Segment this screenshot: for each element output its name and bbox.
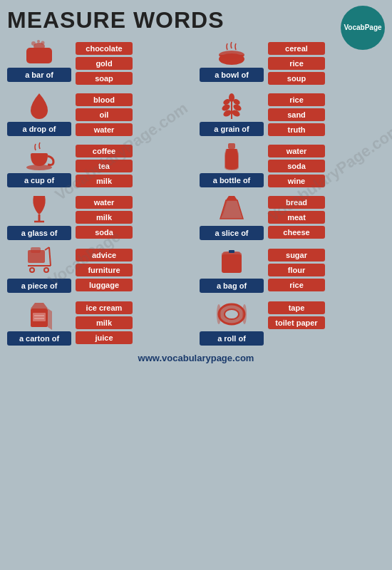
svg-point-3	[37, 40, 40, 43]
group-carton: a carton of ice cream milk juice	[7, 299, 192, 346]
carton-icon	[24, 299, 55, 330]
bowl-icon	[216, 39, 247, 66]
svg-point-30	[45, 269, 48, 271]
roll-label: a roll of	[200, 331, 264, 346]
bottle-words: water soda wine	[268, 145, 325, 187]
word-cereal: cereal	[268, 42, 325, 55]
roll-words: tape toilet paper	[268, 301, 325, 329]
svg-line-25	[49, 247, 51, 266]
word-juice: juice	[76, 331, 133, 344]
group-roll: a roll of tape toilet paper	[200, 299, 385, 346]
carton-words: ice cream milk juice	[76, 301, 133, 344]
bowl-label: a bowl of	[200, 68, 264, 82]
svg-point-29	[31, 269, 33, 271]
bar-icon	[24, 39, 55, 66]
word-rice3: rice	[268, 279, 325, 291]
piece-icon	[24, 246, 55, 277]
cup-label: a cup of	[7, 173, 71, 187]
word-toiletpaper: toilet paper	[268, 316, 325, 329]
bowl-words: cereal rice soup	[268, 42, 325, 85]
group-bag: a bag of sugar flour rice	[200, 246, 385, 293]
word-meat: meat	[268, 211, 325, 224]
drop-label: a drop of	[7, 122, 71, 136]
group-bar: a bar of chocolate gold soap	[7, 39, 192, 85]
word-gold: gold	[76, 57, 133, 70]
word-cheese: cheese	[268, 226, 325, 239]
bar-words: chocolate gold soap	[76, 42, 133, 85]
word-soda: soda	[268, 160, 325, 172]
bar-label: a bar of	[7, 68, 71, 82]
measure-words-grid: a bar of chocolate gold soap	[7, 39, 385, 346]
group-slice: a slice of bread meat cheese	[200, 193, 385, 240]
svg-point-2	[31, 41, 36, 46]
group-glass: a glass of water milk soda	[7, 193, 192, 240]
footer: www.vocabularypage.com	[7, 353, 385, 366]
group-drop: a drop of blood oil water	[7, 90, 192, 136]
word-chocolate: chocolate	[76, 42, 133, 55]
svg-point-43	[225, 309, 239, 319]
svg-rect-34	[229, 250, 234, 253]
word-truth: truth	[268, 123, 325, 136]
grain-icon	[216, 90, 247, 120]
bottle-label: a bottle of	[200, 173, 264, 187]
vocab-badge: VocabPage	[341, 6, 385, 50]
word-advice: advice	[76, 249, 133, 261]
word-water2: water	[268, 145, 325, 157]
drop-words: blood oil water	[76, 93, 133, 136]
group-bottle: a bottle of water soda wine	[200, 142, 385, 187]
svg-marker-36	[31, 303, 48, 309]
word-rice2: rice	[268, 93, 325, 106]
svg-marker-37	[48, 309, 52, 330]
svg-rect-16	[31, 153, 48, 156]
svg-rect-31	[31, 247, 41, 253]
piece-label: a piece of	[7, 279, 71, 293]
word-tea: tea	[76, 160, 133, 172]
roll-icon	[216, 299, 247, 330]
svg-rect-38	[33, 313, 46, 321]
group-grain: a grain of rice sand truth	[200, 90, 385, 136]
word-water3: water	[76, 196, 133, 209]
word-milk2: milk	[76, 211, 133, 224]
svg-point-6	[219, 51, 244, 59]
word-luggage: luggage	[76, 279, 133, 291]
word-milk3: milk	[76, 316, 133, 329]
word-milk: milk	[76, 175, 133, 187]
bag-icon	[216, 246, 247, 277]
word-sand: sand	[268, 108, 325, 121]
word-blood: blood	[76, 93, 133, 106]
word-sugar: sugar	[268, 249, 325, 261]
glass-label: a glass of	[7, 226, 71, 240]
piece-words: advice furniture luggage	[76, 249, 133, 291]
slice-label: a slice of	[200, 226, 264, 240]
group-piece: a piece of advice furniture luggage	[7, 246, 192, 293]
svg-point-4	[41, 41, 45, 45]
word-soap: soap	[76, 72, 133, 85]
cup-icon	[24, 142, 55, 172]
bag-label: a bag of	[200, 279, 264, 293]
word-wine: wine	[268, 175, 325, 187]
cup-words: coffee tea milk	[76, 145, 133, 187]
word-soup: soup	[268, 72, 325, 85]
svg-rect-17	[228, 143, 235, 149]
word-coffee: coffee	[76, 145, 133, 157]
svg-point-45	[242, 304, 247, 324]
word-water: water	[76, 123, 133, 136]
svg-point-14	[229, 93, 234, 102]
slice-icon	[216, 193, 247, 224]
word-soda2: soda	[76, 226, 133, 239]
word-oil: oil	[76, 108, 133, 121]
drop-icon	[24, 90, 55, 120]
svg-point-44	[217, 304, 221, 324]
group-cup: a cup of coffee tea milk	[7, 142, 192, 187]
word-bread: bread	[268, 196, 325, 209]
bag-words: sugar flour rice	[268, 249, 325, 291]
svg-rect-0	[26, 48, 52, 63]
glass-icon	[24, 193, 55, 224]
word-rice: rice	[268, 57, 325, 70]
glass-words: water milk soda	[76, 196, 133, 239]
word-icecream: ice cream	[76, 301, 133, 314]
grain-label: a grain of	[200, 122, 264, 136]
page-title: MEASURE WORDS	[7, 7, 385, 33]
word-flour: flour	[268, 264, 325, 276]
bottle-icon	[216, 142, 247, 172]
